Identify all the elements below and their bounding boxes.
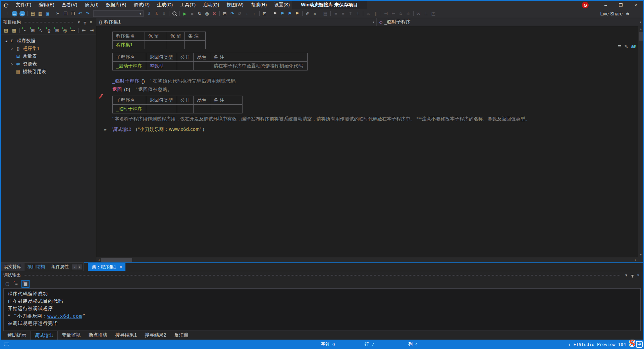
clear-bookmark-icon[interactable]: ⚑ — [293, 10, 301, 17]
list-icon[interactable]: ≣ — [618, 44, 622, 49]
minimize-button[interactable]: – — [598, 1, 613, 9]
block-comment[interactable]: ' 本名称子程序用作测试程序用，仅在开发及调试环境中有效，编译发布程序前将被系统… — [112, 116, 638, 122]
layout-icon[interactable] — [4, 340, 9, 349]
settings-gear-icon[interactable]: ☼ — [311, 10, 319, 17]
tabs-prev-button[interactable]: ◂ — [72, 264, 77, 269]
sep[interactable] — [301, 10, 304, 17]
fit-height-icon[interactable]: ⊥ — [422, 10, 430, 17]
restart-icon[interactable]: ↻ — [196, 10, 203, 17]
step-curve-icon[interactable]: ↷ — [228, 10, 236, 17]
sep[interactable] — [51, 10, 54, 17]
tab-disassembly[interactable]: 反汇编 — [170, 331, 193, 340]
prev-bookmark-icon[interactable]: ⚑ — [279, 10, 286, 17]
new-project-icon[interactable]: ▤ — [29, 10, 37, 17]
output-console[interactable]: 程序代码编译成功正在封装易格式目的代码开始运行被调试程序 * “小刀娱乐网：ww… — [3, 288, 641, 331]
center-v-icon[interactable]: ∥ — [372, 10, 379, 17]
col-header[interactable]: 易包 — [194, 96, 210, 105]
code-line[interactable]: 返回 (0) ' 返回值被忽略。 — [112, 86, 638, 93]
col-header[interactable]: 公开 — [177, 96, 194, 105]
attach-icon[interactable]: ◎ — [203, 10, 211, 17]
doc-tab-assembly1[interactable]: 集：程序集1 × — [88, 263, 125, 271]
tree-item-assembly1[interactable]: ▷ {} 程序集1 — [1, 45, 96, 52]
sep[interactable] — [218, 10, 221, 17]
bookmark-icon[interactable]: ⚑ — [271, 10, 279, 17]
notes-icon[interactable]: ▤ — [322, 10, 329, 17]
align-left-icon[interactable]: ≡ — [332, 10, 339, 17]
tree-expander-icon[interactable]: ▷ — [9, 47, 15, 50]
m-logo-icon[interactable]: M — [631, 44, 636, 49]
sep[interactable] — [379, 10, 382, 17]
menu-item[interactable]: 启动(Q) — [199, 1, 223, 9]
nav-assembly-dropdown[interactable]: {} 程序集1 ▾ — [96, 18, 377, 26]
chevron-down-icon[interactable]: ▾ — [623, 273, 629, 278]
scroll-down-icon[interactable]: ▾ — [638, 252, 643, 257]
tab-project-structure[interactable]: 项目结构 — [24, 263, 48, 271]
return-type-cell[interactable]: 整数型 — [146, 62, 177, 70]
col-header[interactable]: 子程序名 — [113, 96, 146, 105]
horizontal-scrollbar[interactable]: ◂ ▸ — [96, 257, 643, 262]
tab-search-result2[interactable]: 搜寻结果2 — [141, 331, 170, 340]
sep[interactable] — [412, 10, 415, 17]
cell[interactable] — [145, 41, 167, 49]
code-line[interactable]: _临时子程序 () ' 在初始化代码执行完毕后调用测试代码 — [112, 78, 638, 85]
chevron-down-icon[interactable]: ▾ — [373, 20, 374, 24]
cell[interactable] — [177, 62, 194, 70]
close-icon[interactable]: × — [119, 264, 122, 269]
menu-item[interactable]: 设置(S) — [270, 1, 293, 9]
align-bottom-icon[interactable]: ⊥ — [354, 10, 362, 17]
cell[interactable] — [146, 105, 177, 113]
col-header[interactable]: 返回值类型 — [146, 96, 177, 105]
tree-expander-icon[interactable]: ◢ — [3, 39, 9, 43]
step-into-icon[interactable]: ↓ — [243, 10, 251, 17]
stop-icon[interactable]: ■ — [189, 10, 196, 17]
tree-expander-icon[interactable]: ▷ — [9, 62, 15, 66]
tab-component-props[interactable]: 组件属性 — [48, 263, 72, 271]
menu-item[interactable]: 插入(I) — [81, 1, 102, 9]
col-header[interactable]: 易包 — [194, 53, 210, 62]
sogou-ime-icon[interactable]: S — [629, 338, 635, 348]
run-to-cursor-icon[interactable]: ⊡ — [261, 10, 268, 17]
close-icon[interactable]: × — [635, 273, 641, 278]
add-menu-icon[interactable]: ⊞ — [29, 27, 37, 34]
expand-all-icon[interactable]: ⇥ — [88, 27, 96, 34]
sep[interactable] — [18, 27, 21, 34]
tab-search-result1[interactable]: 搜寻结果1 — [111, 331, 141, 340]
debug-call-line[interactable]: ▸▸ 调试输出 （ “小刀娱乐网：www.x6d.com” ） — [112, 126, 638, 133]
editor-content[interactable]: 程序集名 保 留 保 留 备 注 程序集1 — [96, 26, 638, 257]
sep[interactable] — [258, 10, 261, 17]
sub-name-cell[interactable]: _临时子程序 — [113, 105, 146, 113]
step-out-icon[interactable]: ↑ — [251, 10, 258, 17]
col-header[interactable]: 备 注 — [184, 32, 205, 41]
tab-help-tips[interactable]: 帮助提示 — [3, 331, 30, 340]
add-subroutine-icon[interactable]: ∿ — [37, 27, 45, 34]
pin-icon[interactable]: ┳ — [82, 20, 88, 24]
align-right-icon[interactable]: ≡ — [339, 10, 347, 17]
menu-item[interactable]: 数据库(B) — [102, 1, 130, 9]
scroll-right-icon[interactable]: ▸ — [633, 258, 638, 261]
cell[interactable] — [177, 105, 194, 113]
paste-icon[interactable]: ❒ — [69, 10, 76, 17]
col-header[interactable]: 备 注 — [210, 53, 308, 62]
scroll-left-icon[interactable]: ◂ — [96, 258, 101, 261]
tab-easy-support-lib[interactable]: 易支持库 — [1, 263, 24, 271]
close-icon[interactable]: × — [88, 20, 94, 24]
col-header[interactable]: 子程序名 — [113, 53, 146, 62]
run-icon[interactable]: ▶ — [181, 10, 189, 17]
save-icon[interactable]: ▣ — [44, 10, 51, 17]
toggle-chart-icon[interactable]: ▆ ✕ — [21, 280, 30, 288]
undo-icon[interactable]: ↶ — [76, 10, 84, 17]
menu-item[interactable]: 生成(C) — [153, 1, 176, 9]
fit-width-icon[interactable]: ⋈ — [415, 10, 422, 17]
nav-member-dropdown[interactable]: ◇ _临时子程序 ▾ — [377, 18, 643, 26]
chevron-down-icon[interactable]: ▾ — [640, 20, 641, 24]
cell[interactable] — [167, 41, 185, 49]
toolbar-combobox[interactable]: ▼ — [93, 10, 144, 17]
fullscreen-icon[interactable]: ◰ — [430, 10, 437, 17]
space-evenly-icon[interactable]: ≑ — [405, 10, 412, 17]
cell[interactable] — [194, 62, 210, 70]
add-class-icon[interactable]: {} — [45, 27, 53, 34]
collapse-all-icon[interactable]: ⇤ — [80, 27, 88, 34]
cut-icon[interactable]: ✂ — [54, 10, 62, 17]
comment-cell[interactable]: 请在本子程序中放置动态链接库初始化代码 — [210, 62, 308, 70]
person-icon[interactable]: ☻ — [625, 11, 630, 16]
